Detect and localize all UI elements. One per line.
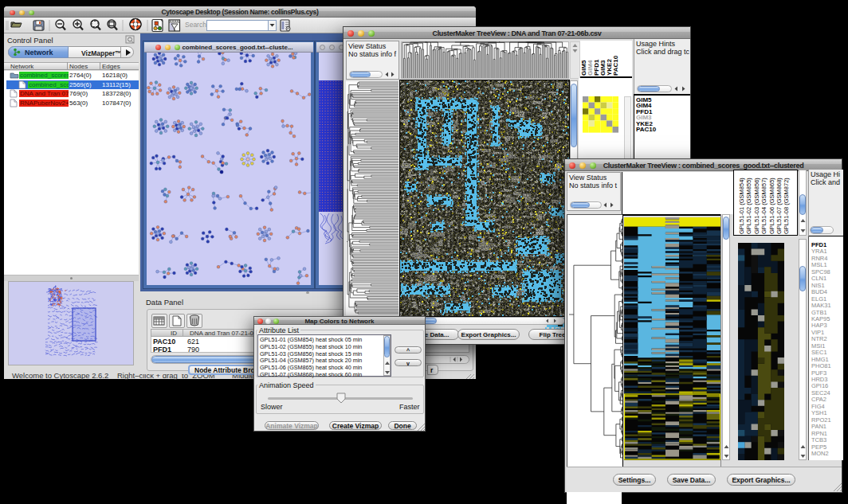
svg-text:GPL51-08 (GSM872): GPL51-08 (GSM872) bbox=[783, 178, 790, 234]
svg-text:GPL51-07 (GSM868): GPL51-07 (GSM868) bbox=[775, 178, 783, 234]
svg-text:GPL51-04 (GSM857): GPL51-04 (GSM857) bbox=[760, 178, 768, 234]
svg-text:Search:: Search: bbox=[185, 21, 208, 29]
svg-text:GPL51-01 (GSM854): GPL51-01 (GSM854) bbox=[738, 178, 745, 234]
svg-text:PAC10: PAC10 bbox=[612, 55, 619, 76]
svg-text:GPL51-06 (GSM865): GPL51-06 (GSM865) bbox=[768, 178, 775, 234]
svg-text:GPL51-03 (GSM856): GPL51-03 (GSM856) bbox=[753, 178, 760, 234]
svg-text:GPL51-02 (GSM855): GPL51-02 (GSM855) bbox=[745, 178, 752, 234]
